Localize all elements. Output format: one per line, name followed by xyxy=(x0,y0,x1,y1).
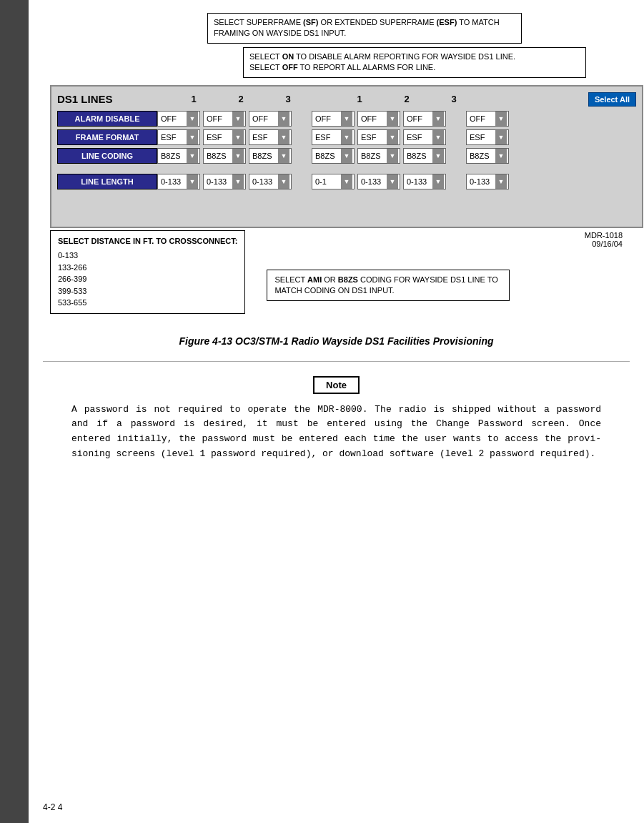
line-coding-label: LINE CODING xyxy=(57,148,157,164)
superframe-callout: SELECT SUPERFRAME (SF) OR EXTENDED SUPER… xyxy=(207,13,522,44)
line-length-dd-3[interactable]: 0-133▼ xyxy=(249,174,292,189)
distance-option-1: 0-133 xyxy=(58,250,237,262)
line-length-dd-5[interactable]: 0-133▼ xyxy=(357,174,400,189)
col-header-6: 3 xyxy=(432,94,476,104)
frame-format-row: FRAME FORMAT ESF▼ ESF▼ ESF▼ ESF▼ ESF▼ ES… xyxy=(57,129,636,145)
alarm-disable-label: ALARM DISABLE xyxy=(57,111,157,127)
alarm-disable-dd-2[interactable]: OFF▼ xyxy=(203,111,246,127)
line-length-label: LINE LENGTH xyxy=(57,174,157,189)
line-coding-dd-1[interactable]: B8ZS▼ xyxy=(157,148,200,164)
frame-format-dd-6[interactable]: ESF▼ xyxy=(403,129,446,145)
alarm-disable-dd-6[interactable]: OFF▼ xyxy=(403,111,446,127)
alarm-disable-dd-5[interactable]: OFF▼ xyxy=(357,111,400,127)
line-length-row: LINE LENGTH 0-133▼ 0-133▼ 0-133▼ 0-1▼ 0-… xyxy=(57,174,636,189)
line-coding-dd-7[interactable]: B8ZS▼ xyxy=(466,148,509,164)
frame-format-dd-5[interactable]: ESF▼ xyxy=(357,129,400,145)
note-label: Note xyxy=(313,376,360,394)
col-header-1: 1 xyxy=(172,94,216,104)
line-coding-dd-3[interactable]: B8ZS▼ xyxy=(249,148,292,164)
distance-option-2: 133-266 xyxy=(58,262,237,274)
ds1-panel: DS1 LINES 1 2 3 1 2 3 xyxy=(50,85,643,228)
mdr-line2: 09/16/04 xyxy=(43,240,623,248)
note-text: A password is not required to operate th… xyxy=(71,403,601,462)
line-length-dd-6[interactable]: 0-133▼ xyxy=(403,174,446,189)
alarm-disable-callout: SELECT ON TO DISABLE ALARM REPORTING FOR… xyxy=(243,47,586,78)
select-all-button[interactable]: Select All xyxy=(588,92,636,107)
frame-format-dd-3[interactable]: ESF▼ xyxy=(249,129,292,145)
frame-format-dd-4[interactable]: ESF▼ xyxy=(312,129,355,145)
mdr-line1: MDR-1018 xyxy=(43,231,623,240)
frame-format-dd-7[interactable]: ESF▼ xyxy=(466,129,509,145)
note-section: Note A password is not required to opera… xyxy=(71,376,601,462)
sf-bold: SF xyxy=(306,18,316,26)
line-length-dd-1[interactable]: 0-133▼ xyxy=(157,174,200,189)
page-number: 4-2 4 xyxy=(43,802,62,812)
ami-bold: AMI xyxy=(307,275,322,284)
off-bold: OFF xyxy=(282,63,298,72)
frame-format-dd-1[interactable]: ESF▼ xyxy=(157,129,200,145)
alarm-disable-dd-1[interactable]: OFF▼ xyxy=(157,111,200,127)
line-length-dd-2[interactable]: 0-133▼ xyxy=(203,174,246,189)
alarm-disable-row: ALARM DISABLE OFF▼ OFF▼ OFF▼ OFF▼ OFF▼ O… xyxy=(57,111,636,127)
distance-option-5: 533-655 xyxy=(58,297,237,309)
col-header-4: 1 xyxy=(337,94,382,104)
line-coding-dd-6[interactable]: B8ZS▼ xyxy=(403,148,446,164)
line-coding-dd-2[interactable]: B8ZS▼ xyxy=(203,148,246,164)
sidebar xyxy=(0,0,29,823)
line-length-dd-4[interactable]: 0-1▼ xyxy=(312,174,355,189)
line-coding-dd-5[interactable]: B8ZS▼ xyxy=(357,148,400,164)
frame-format-label: FRAME FORMAT xyxy=(57,129,157,145)
distance-option-3: 266-399 xyxy=(58,273,237,285)
ds1-title: DS1 LINES xyxy=(57,93,172,105)
column-headers: 1 2 3 1 2 3 xyxy=(172,94,588,104)
alarm-disable-dd-7[interactable]: OFF▼ xyxy=(466,111,509,127)
alarm-disable-dd-4[interactable]: OFF▼ xyxy=(312,111,355,127)
line-length-dd-7[interactable]: 0-133▼ xyxy=(466,174,509,189)
figure-caption: Figure 4-13 OC3/STM-1 Radio Wayside DS1 … xyxy=(43,335,630,347)
distance-option-4: 399-533 xyxy=(58,285,237,297)
on-bold: ON xyxy=(282,52,294,61)
frame-format-dd-2[interactable]: ESF▼ xyxy=(203,129,246,145)
col-header-2: 2 xyxy=(219,94,263,104)
col-header-5: 2 xyxy=(385,94,429,104)
coding-callout: SELECT AMI OR B8ZS CODING FOR WAYSIDE DS… xyxy=(267,270,510,302)
mdr-info: MDR-1018 09/16/04 xyxy=(43,231,623,248)
col-header-3: 3 xyxy=(266,94,310,104)
line-coding-dd-4[interactable]: B8ZS▼ xyxy=(312,148,355,164)
line-coding-row: LINE CODING B8ZS▼ B8ZS▼ B8ZS▼ B8ZS▼ B8ZS… xyxy=(57,148,636,164)
esf-bold: ESF xyxy=(439,18,454,26)
b8zs-bold: B8ZS xyxy=(338,275,358,284)
alarm-disable-dd-3[interactable]: OFF▼ xyxy=(249,111,292,127)
